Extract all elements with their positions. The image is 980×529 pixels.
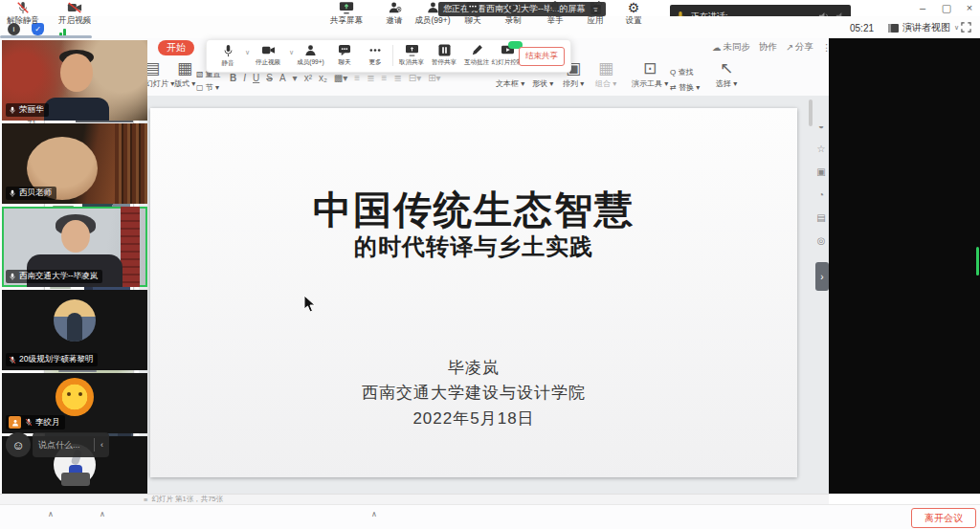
meeting-window: 您正在观看西南交通大学--毕...的屏幕 ≡ 正在讲话: – ▢ × i ✓ 0… [0,0,980,529]
camera-icon [261,44,276,56]
monitor-icon: ⊡ [643,60,657,77]
end-share-button[interactable]: 结束共享 [519,47,565,66]
unmute-button[interactable]: 解除静音 [7,1,39,27]
align-center-icon[interactable]: ≣ [367,73,374,83]
font-format-group: B I U S A▾ x² x₂ ▩▾ ≡ ≣ ≡ ≣ ⊟▾ ⊞▾ [230,73,448,83]
collab-button[interactable]: 协作 [759,41,777,54]
raise-hand-button[interactable]: 举手 [547,1,564,27]
find-icon: Q [670,68,676,77]
slide-counter: 幻灯片 第1张，共75张 [151,495,223,504]
meeting-statusbar [0,16,980,38]
leave-meeting-button[interactable]: 离开会议 [911,508,976,528]
participant-face [60,54,93,92]
avatar-photo [54,299,96,342]
video-tile[interactable]: 20级规划学硕蒋黎明 [2,290,147,370]
smiley-icon: ☺ [11,438,24,452]
video-tile-active-speaker[interactable]: 西南交通大学--毕凌岚 [2,207,147,287]
mic-on-icon [9,273,16,281]
canvas-scrollbar[interactable] [809,99,813,126]
mic-on-icon [9,189,16,198]
video-tile[interactable]: 李皎月 [2,373,147,433]
share-button[interactable]: ↗分享 [786,41,813,54]
share-screen-icon [339,1,354,14]
expand-pane-handle[interactable]: › [815,262,829,291]
chat-emoji-button[interactable]: ☺ [6,432,31,457]
mic-icon [222,44,234,57]
chat-button-bottom[interactable]: 聊天 [465,1,481,27]
bullet-list-icon[interactable]: ⊟▾ [409,73,421,83]
gear-icon: ⚙ [628,1,640,14]
section-button[interactable]: ▢ 节 ▾ [196,77,219,94]
video-caret[interactable]: ∧ [100,510,105,518]
view-mode-select[interactable]: 演讲者视图 ∨ [888,21,959,34]
help-icon[interactable]: ◎ [814,235,828,246]
replace-icon: ⇄ [670,83,677,92]
align-right-icon[interactable]: ≡ [382,73,388,83]
layers-icon[interactable]: ▣ [814,166,828,177]
superscript-button[interactable]: x² [304,73,312,83]
properties-icon[interactable]: ◒ [814,121,828,131]
panel-scrollbar-thumb[interactable] [976,247,979,276]
justify-icon[interactable]: ≣ [393,73,401,83]
replace-button[interactable]: ⇄ 替换 ▾ [670,77,700,94]
current-slide[interactable]: 中国传统生态智慧 的时代转译与乡土实践 毕凌岚 西南交通大学建设与设计学院 20… [150,108,797,477]
minimize-button[interactable]: – [915,2,930,13]
meeting-bottom-toolbar [0,504,980,529]
align-left-icon[interactable]: ≡ [354,73,360,83]
hand-icon [549,1,562,14]
number-list-icon[interactable]: ⊞▾ [428,73,440,83]
shared-screen-icon [405,44,419,56]
share-caret[interactable]: ∧ [371,510,377,518]
restore-button[interactable]: ▢ [939,2,954,14]
participant-face [61,220,90,253]
record-icon [506,1,520,14]
slide-layout-button[interactable]: ▦ 版式 ▾ [174,60,195,89]
apps-button[interactable]: 应用 [588,1,604,27]
slide-author: 毕凌岚 [150,357,797,379]
chat-quick-input[interactable]: 说点什么... ‹ [33,432,109,457]
select-button[interactable]: ↖ 选择 ▾ [716,60,737,89]
tab-home[interactable]: 开始 [158,40,194,55]
settings-button[interactable]: ⚙ 设置 [626,1,642,27]
slide-subtitle: 的时代转译与乡土实践 [150,231,797,262]
mute-button[interactable]: 静音 [209,44,247,68]
video-tile[interactable]: 荣丽华 [2,40,147,121]
italic-button[interactable]: I [243,73,246,83]
more-dots-icon [368,44,382,56]
more-button[interactable]: 更多 [356,44,394,67]
bold-button[interactable]: B [230,73,236,83]
group-icon: ▦ [598,60,613,77]
record-button[interactable]: 录制 [505,1,522,27]
comment-icon[interactable]: ▤ [814,212,828,223]
screen-watching-tooltip: 您正在观看西南交通大学--毕...的屏幕 ≡ [438,2,606,16]
history-icon[interactable]: ◔ [814,189,828,200]
participants-panel [829,38,980,494]
close-button[interactable]: × [962,2,977,13]
share-arrow-icon: ↗ [786,42,793,53]
members-button-bottom[interactable]: 成员(99+) [414,1,450,27]
members-icon [304,44,317,56]
present-tools-button[interactable]: ⊡ 演示工具 ▾ [632,60,668,89]
host-badge-icon [9,416,21,429]
mic-muted-icon [9,356,16,364]
font-color-button[interactable]: A▾ [279,73,298,83]
participant-name-badge: 荣丽华 [6,103,49,117]
invite-button[interactable]: 邀请 [387,1,403,27]
members-icon [426,1,439,14]
participant-name-badge: 西南交通大学--毕凌岚 [6,270,102,283]
mic-caret[interactable]: ∧ [48,510,54,518]
highlight-button[interactable]: ▩▾ [334,73,347,83]
subscript-button[interactable]: x₂ [319,73,327,83]
sync-status[interactable]: ☁未同步 [712,41,750,54]
group-button: ▦ 组合 ▾ [595,60,616,89]
strikethrough-button[interactable]: S [266,73,273,83]
share-screen-button[interactable]: 共享屏幕 [330,1,363,27]
collapse-chat-icon[interactable]: ‹ [100,440,103,450]
fullscreen-icon[interactable] [961,22,971,33]
video-tile[interactable]: 西贝老师 [2,123,147,204]
stop-video-button[interactable]: 停止视频 [249,44,287,67]
underline-button[interactable]: U [253,73,259,83]
members-button[interactable]: 成员(99+) [291,44,329,67]
animation-star-icon[interactable]: ☆ [814,143,828,154]
start-video-button[interactable]: 开启视频 [58,1,91,27]
